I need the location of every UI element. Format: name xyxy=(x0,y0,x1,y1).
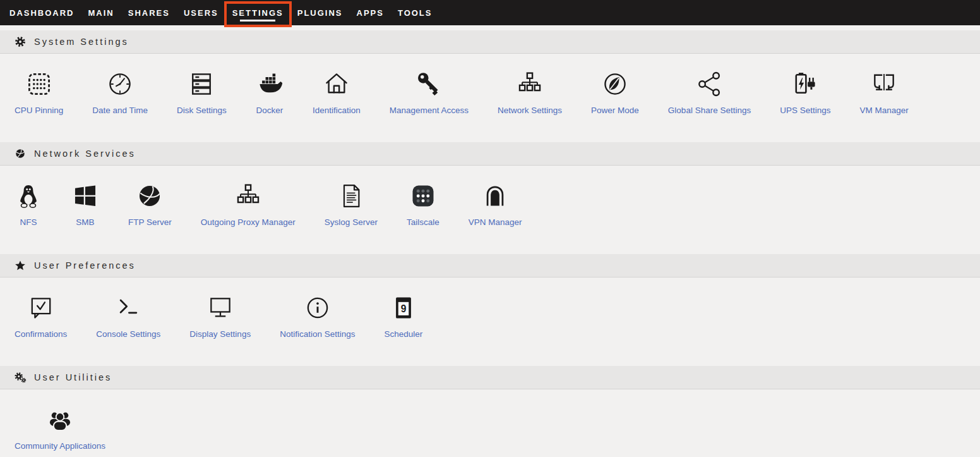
section-title: User Preferences xyxy=(34,260,136,271)
tailscale-icon xyxy=(409,182,437,210)
tile-ups-settings[interactable]: UPS Settings xyxy=(765,70,845,115)
nav-item-settings[interactable]: SETTINGS xyxy=(225,0,290,25)
battery-plug-icon xyxy=(791,70,819,98)
tile-disk-settings[interactable]: Disk Settings xyxy=(162,70,241,115)
vpn-arch-icon xyxy=(481,182,509,210)
tile-community-applications[interactable]: Community Applications xyxy=(0,406,120,451)
tile-label-vpn-manager[interactable]: VPN Manager xyxy=(469,217,522,227)
top-nav: DASHBOARD MAIN SHARES USERS SETTINGS PLU… xyxy=(0,0,980,25)
tile-global-share-settings[interactable]: Global Share Settings xyxy=(654,70,765,115)
tile-label-display-settings[interactable]: Display Settings xyxy=(189,329,251,339)
tile-label-docker[interactable]: Docker xyxy=(256,106,283,115)
tile-vm-manager[interactable]: VM Manager xyxy=(846,70,923,115)
globe-sphere-icon xyxy=(136,182,164,210)
tile-vpn-manager[interactable]: VPN Manager xyxy=(454,182,537,227)
document-icon xyxy=(337,182,365,210)
tile-label-power-mode[interactable]: Power Mode xyxy=(591,106,639,115)
tile-label-vm-manager[interactable]: VM Manager xyxy=(860,106,909,115)
disk-stack-icon xyxy=(188,70,215,98)
tile-display-settings[interactable]: Display Settings xyxy=(175,294,265,339)
section-title: System Settings xyxy=(34,37,129,47)
tile-smb[interactable]: SMB xyxy=(57,182,114,227)
tile-management-access[interactable]: Management Access xyxy=(375,70,483,115)
section-header-user-preferences: User Preferences xyxy=(0,254,980,277)
tile-label-syslog-server[interactable]: Syslog Server xyxy=(325,217,378,227)
tile-label-scheduler[interactable]: Scheduler xyxy=(384,329,422,339)
sitemap-icon xyxy=(234,182,262,210)
clock-icon xyxy=(106,70,134,98)
tile-label-smb[interactable]: SMB xyxy=(76,217,94,227)
tile-label-ftp-server[interactable]: FTP Server xyxy=(128,217,172,227)
star-icon xyxy=(14,259,27,272)
tile-label-network-settings[interactable]: Network Settings xyxy=(498,106,562,115)
tile-cpu-pinning[interactable]: CPU Pinning xyxy=(0,70,78,115)
tile-label-disk-settings[interactable]: Disk Settings xyxy=(177,106,227,115)
nav-item-shares[interactable]: SHARES xyxy=(121,0,177,25)
globe-icon xyxy=(14,147,27,160)
gear-icon xyxy=(14,35,27,48)
comment-check-icon xyxy=(27,294,55,322)
nav-item-dashboard[interactable]: DASHBOARD xyxy=(3,0,81,25)
tile-label-ups-settings[interactable]: UPS Settings xyxy=(780,106,830,115)
user-preferences-items: Confirmations Console Settings Display S… xyxy=(0,277,980,366)
tile-tailscale[interactable]: Tailscale xyxy=(392,182,454,227)
tile-label-identification[interactable]: Identification xyxy=(313,106,361,115)
tile-notification-settings[interactable]: Notification Settings xyxy=(265,294,369,339)
section-header-user-utilities: User Utilities xyxy=(0,366,980,389)
tile-docker[interactable]: Docker xyxy=(241,70,298,115)
gears-icon xyxy=(14,371,27,384)
calendar-icon: 9 xyxy=(390,294,417,322)
tile-label-confirmations[interactable]: Confirmations xyxy=(15,329,67,339)
section-title: User Utilities xyxy=(34,372,112,382)
tile-date-and-time[interactable]: Date and Time xyxy=(78,70,162,115)
users-group-icon xyxy=(46,406,74,434)
nav-item-users[interactable]: USERS xyxy=(177,0,225,25)
tile-label-cpu-pinning[interactable]: CPU Pinning xyxy=(15,106,63,115)
tile-ftp-server[interactable]: FTP Server xyxy=(114,182,186,227)
tile-label-nfs[interactable]: NFS xyxy=(20,217,37,227)
share-nodes-icon xyxy=(696,70,724,98)
user-utilities-items: Community Applications xyxy=(0,389,980,457)
windows-icon xyxy=(71,182,99,210)
tile-network-settings[interactable]: Network Settings xyxy=(483,70,577,115)
info-circle-icon xyxy=(304,294,332,322)
network-services-items: NFS SMB FTP Server xyxy=(0,166,980,254)
tile-label-outgoing-proxy-manager[interactable]: Outgoing Proxy Manager xyxy=(201,217,296,227)
tile-label-management-access[interactable]: Management Access xyxy=(390,106,469,115)
tux-icon xyxy=(15,182,42,210)
section-title: Network Services xyxy=(34,149,136,159)
nav-item-apps[interactable]: APPS xyxy=(350,0,391,25)
tile-label-console-settings[interactable]: Console Settings xyxy=(96,329,160,339)
section-header-network-services: Network Services xyxy=(0,142,980,166)
nav-item-plugins[interactable]: PLUGINS xyxy=(290,0,350,25)
system-settings-items: CPU Pinning Date and Time xyxy=(0,54,980,142)
svg-text:9: 9 xyxy=(401,303,407,314)
tile-syslog-server[interactable]: Syslog Server xyxy=(310,182,392,227)
monitor-icon xyxy=(206,294,234,322)
key-icon xyxy=(415,70,443,98)
tile-confirmations[interactable]: Confirmations xyxy=(0,294,81,339)
tile-outgoing-proxy-manager[interactable]: Outgoing Proxy Manager xyxy=(186,182,310,227)
tile-scheduler[interactable]: 9 Scheduler xyxy=(369,294,437,339)
leaf-circle-icon xyxy=(601,70,629,98)
tile-label-global-share-settings[interactable]: Global Share Settings xyxy=(668,106,751,115)
docker-whale-icon xyxy=(256,70,284,98)
vm-icon xyxy=(870,70,898,98)
nav-item-settings-label: SETTINGS xyxy=(232,8,284,18)
tile-console-settings[interactable]: Console Settings xyxy=(81,294,175,339)
terminal-icon xyxy=(114,294,142,322)
tile-nfs[interactable]: NFS xyxy=(0,182,57,227)
section-header-system-settings: System Settings xyxy=(0,30,980,54)
tile-label-community-applications[interactable]: Community Applications xyxy=(15,441,105,451)
tile-label-notification-settings[interactable]: Notification Settings xyxy=(280,329,355,339)
cpu-pinning-icon xyxy=(25,70,53,98)
house-icon xyxy=(323,70,350,98)
tile-power-mode[interactable]: Power Mode xyxy=(577,70,654,115)
settings-page: System Settings CPU Pinning xyxy=(0,25,980,457)
tile-identification[interactable]: Identification xyxy=(298,70,375,115)
tile-label-tailscale[interactable]: Tailscale xyxy=(407,217,439,227)
nav-item-tools[interactable]: TOOLS xyxy=(391,0,439,25)
nav-item-main[interactable]: MAIN xyxy=(81,0,121,25)
sitemap-icon xyxy=(516,70,544,98)
tile-label-date-and-time[interactable]: Date and Time xyxy=(92,106,148,115)
